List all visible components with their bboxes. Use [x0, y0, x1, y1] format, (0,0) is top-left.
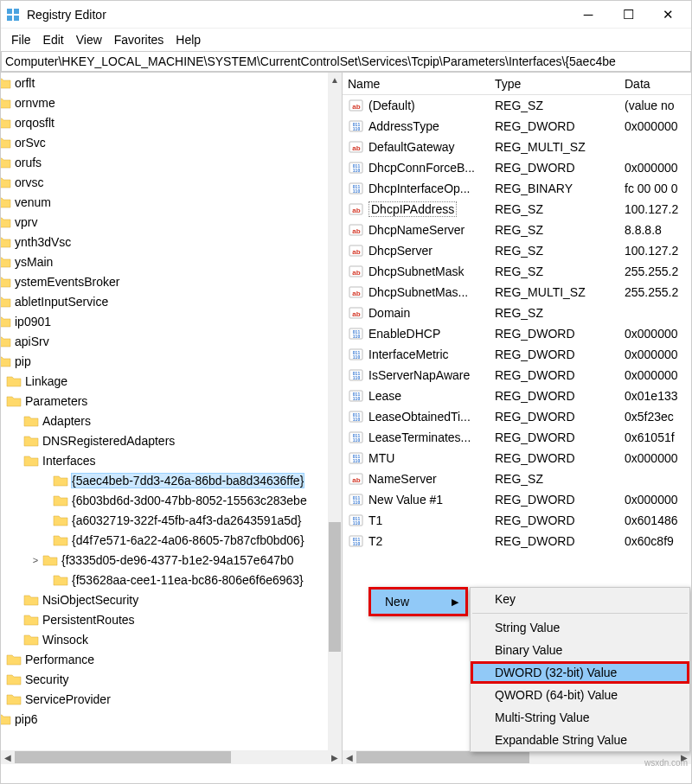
tree-item-label: ornvme — [15, 96, 55, 110]
tree-item[interactable]: Parameters — [1, 391, 328, 411]
menu-item-qword-64-bit-value[interactable]: QWORD (64-bit) Value — [471, 684, 689, 706]
expand-icon[interactable]: > — [30, 555, 41, 565]
value-data: 0x60c8f9 — [619, 533, 691, 549]
tree-item[interactable]: vprv — [1, 212, 328, 232]
list-row[interactable]: (Default)REG_SZ(value no — [343, 95, 691, 116]
scroll-thumb[interactable] — [329, 522, 341, 652]
list-row[interactable]: T1REG_DWORD0x601486 — [343, 510, 691, 531]
menu-item-binary-value[interactable]: Binary Value — [471, 639, 689, 661]
list-row[interactable]: DefaultGatewayREG_MULTI_SZ — [343, 137, 691, 157]
value-type: REG_DWORD — [490, 492, 619, 507]
tree-item[interactable]: pip6 — [1, 709, 328, 729]
tree-item[interactable]: NsiObjectSecurity — [1, 590, 328, 609]
list-row[interactable]: DhcpConnForceB...REG_DWORD0x000000 — [343, 157, 691, 178]
value-data: 0x000000 — [619, 450, 691, 466]
tree-item-label: Adapters — [42, 414, 91, 428]
tree-item[interactable]: {f53628aa-cee1-11ea-bc86-806e6f6e6963} — [1, 570, 328, 590]
menu-view[interactable]: View — [71, 31, 107, 48]
tree-item[interactable]: Winsock — [1, 629, 328, 649]
scroll-up-icon[interactable]: ▲ — [328, 73, 342, 86]
scroll-left-icon[interactable]: ◀ — [343, 750, 356, 764]
tree-item[interactable]: apiSrv — [1, 331, 328, 351]
list-row[interactable]: DomainREG_SZ — [343, 303, 691, 323]
list-row[interactable]: EnableDHCPREG_DWORD0x000000 — [343, 323, 691, 344]
tree-item[interactable]: DNSRegisteredAdapters — [1, 430, 328, 450]
list-row[interactable]: T2REG_DWORD0x60c8f9 — [343, 531, 691, 551]
tree-item[interactable]: {5aec4beb-7dd3-426a-86bd-ba8d34636ffe} — [1, 470, 328, 490]
menu-favorites[interactable]: Favorites — [109, 31, 170, 48]
value-name: T1 — [368, 513, 382, 527]
list-row[interactable]: NameServerREG_SZ — [343, 468, 691, 489]
folder-icon — [1, 275, 11, 289]
list-row[interactable]: DhcpInterfaceOp...REG_BINARYfc 00 00 0 — [343, 178, 691, 199]
list-row[interactable]: DhcpNameServerREG_SZ8.8.8.8 — [343, 220, 691, 240]
value-binary-icon — [348, 388, 365, 404]
scroll-left-icon[interactable]: ◀ — [1, 750, 15, 764]
list-scrollbar-horizontal[interactable]: ◀ ▶ — [343, 750, 691, 764]
tree-item[interactable]: Linkage — [1, 371, 328, 391]
list-row[interactable]: IsServerNapAwareREG_DWORD0x000000 — [343, 365, 691, 386]
tree-item[interactable]: ornvme — [1, 92, 328, 112]
tree-item[interactable]: ip0901 — [1, 311, 328, 331]
list-row[interactable]: LeaseObtainedTi...REG_DWORD0x5f23ec — [343, 406, 691, 427]
list-row[interactable]: MTUREG_DWORD0x000000 — [343, 448, 691, 468]
folder-icon — [42, 553, 58, 567]
menu-file[interactable]: File — [6, 31, 36, 48]
list-row[interactable]: InterfaceMetricREG_DWORD0x000000 — [343, 344, 691, 365]
list-row[interactable]: New Value #1REG_DWORD0x000000 — [343, 489, 691, 510]
tree-item[interactable]: orflt — [1, 73, 328, 92]
tree-item[interactable]: Security — [1, 669, 328, 689]
value-type: REG_DWORD — [490, 160, 619, 175]
tree-item[interactable]: abletInputService — [1, 291, 328, 311]
maximize-button[interactable]: ☐ — [608, 2, 648, 28]
tree-item[interactable]: ServiceProvider — [1, 689, 328, 709]
menu-help[interactable]: Help — [170, 31, 206, 48]
tree-item[interactable]: {6b03bd6d-3d00-47bb-8052-15563c283ebe — [1, 490, 328, 510]
tree-item[interactable]: ynth3dVsc — [1, 232, 328, 252]
list-row[interactable]: DhcpSubnetMaskREG_SZ255.255.2 — [343, 261, 691, 282]
tree-item[interactable]: {d4f7e571-6a22-4a06-8605-7b87cfb0bd06} — [1, 530, 328, 550]
minimize-button[interactable]: ─ — [568, 2, 608, 28]
value-type: REG_DWORD — [490, 533, 619, 549]
menu-item-key[interactable]: Key — [471, 588, 689, 610]
tree-item[interactable]: Adapters — [1, 411, 328, 430]
tree-item[interactable]: Performance — [1, 649, 328, 669]
list-row[interactable]: DhcpSubnetMas...REG_MULTI_SZ255.255.2 — [343, 282, 691, 303]
list-row[interactable]: DhcpServerREG_SZ100.127.2 — [343, 240, 691, 261]
folder-icon — [1, 195, 11, 209]
tree-item[interactable]: Interfaces — [1, 450, 328, 470]
scroll-right-icon[interactable]: ▶ — [328, 750, 342, 764]
tree-item[interactable]: orufs — [1, 152, 328, 172]
tree-item[interactable]: venum — [1, 192, 328, 212]
column-type[interactable]: Type — [490, 74, 619, 93]
list-row[interactable]: LeaseREG_DWORD0x01e133 — [343, 386, 691, 406]
menu-item-new[interactable]: New ▶ — [371, 590, 465, 614]
list-row[interactable]: DhcpIPAddressREG_SZ100.127.2 — [343, 199, 691, 220]
menu-item-string-value[interactable]: String Value — [471, 616, 689, 639]
tree-item[interactable]: >{f3335d05-de96-4377-b1e2-94a157e647b0 — [1, 550, 328, 570]
tree-scrollbar-horizontal[interactable]: ◀ ▶ — [1, 750, 342, 764]
tree-item[interactable]: ystemEventsBroker — [1, 271, 328, 291]
close-button[interactable]: ✕ — [648, 2, 688, 28]
list-row[interactable]: AddressTypeREG_DWORD0x000000 — [343, 116, 691, 137]
menu-item-dword-32-bit-value[interactable]: DWORD (32-bit) Value — [471, 661, 689, 684]
value-string-icon — [348, 264, 365, 279]
menu-item-multi-string-value[interactable]: Multi-String Value — [471, 706, 689, 729]
column-data[interactable]: Data — [619, 74, 691, 93]
address-bar[interactable]: Computer\HKEY_LOCAL_MACHINE\SYSTEM\Curre… — [1, 51, 691, 72]
tree-item[interactable]: orqosflt — [1, 112, 328, 132]
scroll-thumb-h[interactable] — [356, 751, 529, 763]
tree-item[interactable]: orSvc — [1, 132, 328, 152]
tree-item[interactable]: {a6032719-322f-45fb-a4f3-da2643591a5d} — [1, 510, 328, 530]
tree-item[interactable]: pip — [1, 351, 328, 371]
tree-scrollbar-vertical[interactable]: ▲ ▼ — [328, 73, 342, 764]
menu-item-expandable-string-value[interactable]: Expandable String Value — [471, 729, 689, 751]
tree-item[interactable]: PersistentRoutes — [1, 609, 328, 629]
menu-edit[interactable]: Edit — [38, 31, 69, 48]
value-data — [619, 146, 691, 148]
column-name[interactable]: Name — [343, 74, 490, 93]
scroll-thumb-h[interactable] — [15, 751, 231, 763]
list-row[interactable]: LeaseTerminates...REG_DWORD0x61051f — [343, 427, 691, 448]
tree-item[interactable]: ysMain — [1, 252, 328, 271]
tree-item[interactable]: orvsc — [1, 172, 328, 192]
